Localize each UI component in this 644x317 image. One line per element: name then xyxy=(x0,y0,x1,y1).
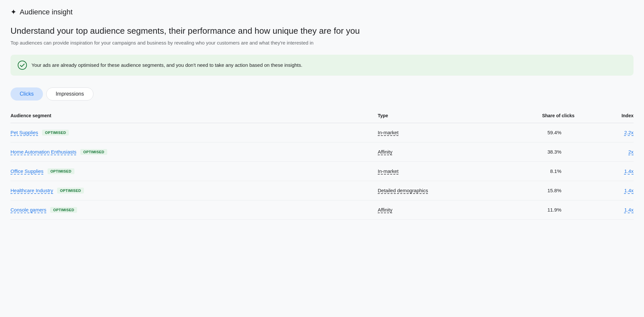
type-cell: In-market xyxy=(378,130,483,135)
col-header-index: Index xyxy=(574,113,634,118)
type-cell: Detailed demographics xyxy=(378,188,483,193)
segment-cell: Console gamers OPTIMISED xyxy=(10,207,378,213)
segment-cell: Office Supplies OPTIMISED xyxy=(10,168,378,174)
audience-table: Audience segment Type Share of clicks In… xyxy=(10,110,634,220)
segment-name[interactable]: Office Supplies xyxy=(10,168,44,174)
segment-name[interactable]: Home Automation Enthusiasts xyxy=(10,149,76,155)
optimised-badge: OPTIMISED xyxy=(57,188,84,194)
index-cell[interactable]: 1.4x xyxy=(574,168,634,174)
segment-name[interactable]: Console gamers xyxy=(10,207,46,213)
optimised-badge: OPTIMISED xyxy=(50,207,77,213)
share-cell: 15.8% xyxy=(483,188,574,193)
tabs-row: Clicks Impressions xyxy=(10,87,634,101)
type-cell: Affinity xyxy=(378,207,483,213)
page-header: ✦ Audience insight xyxy=(10,8,634,16)
table-row: Console gamers OPTIMISED Affinity 11.9% … xyxy=(10,200,634,220)
banner-text: Your ads are already optimised for these… xyxy=(31,62,302,68)
segment-name[interactable]: Healthcare Industry xyxy=(10,188,53,193)
main-heading: Understand your top audience segments, t… xyxy=(10,26,634,37)
col-header-segment: Audience segment xyxy=(10,113,378,118)
optimised-badge: OPTIMISED xyxy=(80,149,107,155)
type-cell: Affinity xyxy=(378,149,483,155)
table-row: Office Supplies OPTIMISED In-market 8.1%… xyxy=(10,162,634,181)
share-cell: 11.9% xyxy=(483,207,574,213)
col-header-type: Type xyxy=(378,113,483,118)
info-banner: Your ads are already optimised for these… xyxy=(10,55,634,76)
optimised-badge: OPTIMISED xyxy=(42,130,69,136)
index-cell[interactable]: 1.4x xyxy=(574,207,634,213)
index-cell[interactable]: 2.2x xyxy=(574,130,634,135)
segment-cell: Pet Supplies OPTIMISED xyxy=(10,130,378,136)
col-header-share: Share of clicks xyxy=(483,113,574,118)
type-cell: In-market xyxy=(378,168,483,174)
index-cell[interactable]: 2x xyxy=(574,149,634,155)
share-cell: 38.3% xyxy=(483,149,574,155)
segment-cell: Home Automation Enthusiasts OPTIMISED xyxy=(10,149,378,155)
svg-point-0 xyxy=(18,61,27,69)
table-row: Pet Supplies OPTIMISED In-market 59.4% 2… xyxy=(10,123,634,142)
table-row: Home Automation Enthusiasts OPTIMISED Af… xyxy=(10,142,634,162)
page-title: Audience insight xyxy=(20,8,72,16)
tab-clicks[interactable]: Clicks xyxy=(10,87,43,101)
index-cell[interactable]: 1.4x xyxy=(574,188,634,193)
tab-impressions[interactable]: Impressions xyxy=(46,87,93,101)
table-header: Audience segment Type Share of clicks In… xyxy=(10,110,634,123)
segment-cell: Healthcare Industry OPTIMISED xyxy=(10,188,378,194)
share-cell: 59.4% xyxy=(483,130,574,135)
optimised-badge: OPTIMISED xyxy=(48,168,74,174)
check-circle-icon xyxy=(18,61,27,70)
share-cell: 8.1% xyxy=(483,168,574,174)
table-row: Healthcare Industry OPTIMISED Detailed d… xyxy=(10,181,634,200)
sub-heading: Top audiences can provide inspiration fo… xyxy=(10,40,634,46)
segment-name[interactable]: Pet Supplies xyxy=(10,130,38,135)
sparkle-icon: ✦ xyxy=(10,8,16,16)
